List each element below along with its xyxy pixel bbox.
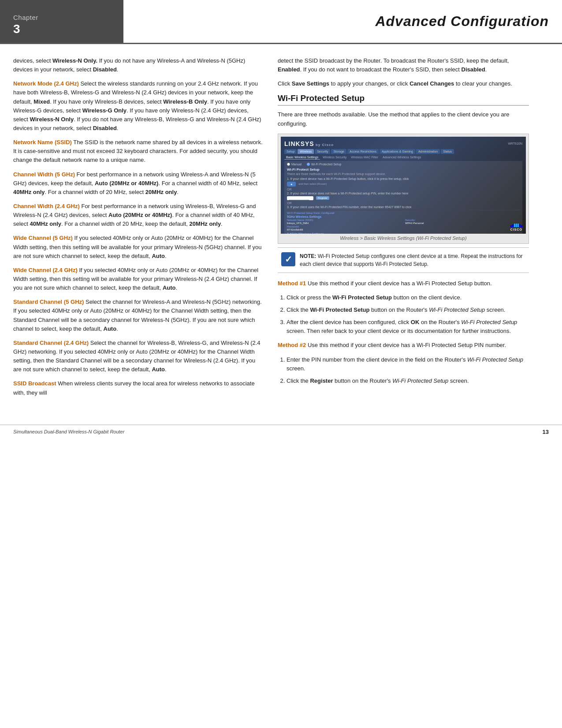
router-divider	[287, 210, 520, 210]
router-header: LINKSYS by Cisco WRT610N	[284, 140, 522, 147]
method1-intro: Method #1 Use this method if your client…	[278, 279, 529, 288]
router-tab-security: Security	[315, 149, 330, 154]
chapter-number: 3	[13, 22, 38, 36]
page-header: Chapter 3 Advanced Configuration	[0, 0, 562, 44]
router-5ghz-sec-value: WPA2-Personal	[405, 222, 520, 224]
page-number: 13	[543, 429, 549, 435]
router-register-btn[interactable]: Register	[316, 196, 329, 200]
method1-steps: Click or press the Wi-Fi Protected Setup…	[278, 293, 529, 336]
page-footer: Simultaneous Dual-Band Wireless-N Gigabi…	[0, 425, 562, 439]
router-section-title: Wi-Fi Protect Setup	[287, 168, 520, 172]
method1-step-2: Click the Wi-Fi Protected Setup button o…	[287, 306, 529, 314]
router-caption: Wireless > Basic Wireless Settings (Wi-F…	[340, 235, 466, 241]
router-content: Manual Wi-Fi Protected Setup Wi-Fi Prote…	[284, 161, 522, 234]
router-5ghz-pass-col: Password: RT42m8dn89	[287, 225, 520, 231]
router-5ghz-name-value: linksys_VFS_5MH	[287, 222, 402, 224]
router-method2-input-row: ____________ Register	[287, 196, 520, 200]
router-method1-text: 1. If your client device has a Wi-Fi Pro…	[287, 177, 409, 180]
para-network-name: Network Name (SSID) The SSID is the netw…	[13, 138, 264, 164]
router-method2-row: 2. If your client device does not have a…	[287, 192, 520, 195]
para-standard-channel-5: Standard Channel (5 GHz) Select the chan…	[13, 298, 264, 333]
router-5ghz-sec-col: Security: WPA2-Personal	[405, 219, 520, 224]
chapter-label: Chapter 3	[0, 0, 123, 43]
router-5ghz-sec-label: Security:	[405, 219, 520, 221]
router-sub-nav: Basic Wireless Settings Wireless Securit…	[284, 155, 522, 160]
cisco-bar-1	[510, 225, 512, 227]
router-configured-label: Wi-Fi Protected Setup Done: Configured	[287, 212, 520, 214]
router-config-mode: Manual Wi-Fi Protected Setup	[287, 163, 520, 166]
cisco-bar-4	[516, 224, 517, 227]
method2-intro: Method #2 Use this method if your client…	[278, 341, 529, 350]
router-subtab-security: Wireless Security	[321, 155, 348, 160]
cisco-bar-7	[521, 225, 522, 227]
note-box: ✓ NOTE: Wi-Fi Protected Setup configures…	[278, 247, 529, 273]
router-radio-wifi-btn	[307, 163, 310, 166]
router-wifi-label: Wi-Fi Protected Setup	[311, 163, 341, 166]
para-lead-network-name: Network Name (SSID)	[13, 139, 72, 146]
router-tab-access: Access Restrictions	[347, 149, 379, 154]
cisco-bar-5	[517, 224, 519, 227]
para-wifi-description: There are three methods available. Use t…	[278, 110, 529, 128]
router-or-2: OR	[287, 202, 520, 205]
router-tab-setup: Setup	[284, 149, 297, 154]
router-model: WRT610N	[508, 142, 522, 145]
method2-header: Method #2 Use this method if your client…	[278, 341, 529, 350]
router-radio-wifi-setup: Wi-Fi Protected Setup	[307, 163, 341, 166]
method2-description: Use this method if your client device ha…	[308, 342, 506, 348]
cisco-bar-3	[514, 224, 515, 227]
para-lead-ssid-broadcast: SSID Broadcast	[13, 380, 56, 387]
router-method3-row: 3. If your client uses the Wi-Fi Protect…	[287, 205, 520, 209]
note-icon: ✓	[281, 252, 295, 266]
router-tab-admin: Administration	[416, 149, 440, 154]
router-radio-manual: Manual	[287, 163, 301, 166]
right-column: detect the SSID broadcast by the Router.…	[278, 56, 529, 403]
router-subtab-mac: Wireless MAC Filter	[349, 155, 380, 160]
method2-label: Method #2	[278, 342, 306, 348]
page-title-area: Advanced Configuration	[123, 0, 562, 43]
para-lead-network-mode-24: Network Mode (2.4 GHz)	[13, 80, 79, 87]
para-channel-width-24: Channel Width (2.4 GHz) For best perform…	[13, 202, 264, 228]
para-lead-standard-channel-24: Standard Channel (2.4 GHz)	[13, 340, 89, 346]
router-or-1: OR	[287, 188, 520, 191]
cisco-bar-6	[519, 224, 521, 227]
note-label: NOTE:	[300, 253, 316, 259]
footer-product-name: Simultaneous Dual-Band Wireless-N Gigabi…	[13, 429, 124, 434]
router-5ghz-name-label: Network Name (SSID):	[287, 219, 402, 221]
para-network-mode-24: Network Mode (2.4 GHz) Select the wirele…	[13, 79, 264, 133]
chapter-word: Chapter	[13, 14, 38, 21]
para-standard-channel-24: Standard Channel (2.4 GHz) Select the ch…	[13, 339, 264, 374]
para-channel-width-5: Channel Width (5 GHz) For best performan…	[13, 170, 264, 197]
router-5ghz-row1: Network Name (SSID): linksys_VFS_5MH Sec…	[287, 219, 520, 224]
main-content: devices, select Wireless-N Only. If you …	[0, 44, 562, 416]
left-column: devices, select Wireless-N Only. If you …	[13, 56, 264, 403]
checkmark-icon: ✓	[285, 254, 292, 265]
para-save-settings: Click Save Settings to apply your change…	[278, 79, 529, 88]
router-24ghz-section: 2.4GHz Wireless Settings Network Name (S…	[287, 232, 520, 234]
router-tab-storage: Storage	[331, 149, 346, 154]
method1-header: Method #1 Use this method if your client…	[278, 279, 529, 288]
router-pin-input[interactable]: ____________	[287, 196, 313, 200]
router-method1-btn-row: ● and then select [Router]	[287, 182, 520, 187]
router-method1-note: and then select [Router]	[298, 183, 327, 185]
para-detect-ssid: detect the SSID broadcast by the Router.…	[278, 56, 529, 74]
router-section-desc: There are three methods for each Wi-Fi P…	[287, 172, 520, 175]
router-wifi-setup-btn[interactable]: ●	[287, 182, 296, 187]
router-method3-text: 3. If your client uses the Wi-Fi Protect…	[287, 205, 411, 209]
para-devices: devices, select Wireless-N Only. If you …	[13, 56, 264, 74]
cisco-bars	[510, 224, 522, 227]
para-ssid-broadcast: SSID Broadcast When wireless clients sur…	[13, 379, 264, 397]
method2-step-1: Enter the PIN number from the client dev…	[287, 355, 529, 373]
cisco-bar-2	[512, 224, 514, 227]
router-5ghz-pass-label: Password:	[287, 225, 520, 228]
router-method2-text: 2. If your client device does not have a…	[287, 192, 408, 195]
para-wide-channel-24: Wide Channel (2.4 GHz) If you selected 4…	[13, 266, 264, 292]
method2-step-2: Click the Register button on the Router'…	[287, 377, 529, 385]
router-method1-row: 1. If your client device has a Wi-Fi Pro…	[287, 177, 520, 180]
router-screenshot: LINKSYS by Cisco WRT610N Setup Wireless …	[278, 134, 529, 244]
router-nav-tabs: Setup Wireless Security Storage Access R…	[284, 149, 522, 154]
router-5ghz-section: 5GHz Wireless Settings Network Name (SSI…	[287, 215, 520, 231]
para-lead-channel-width-5: Channel Width (5 GHz)	[13, 171, 75, 178]
para-lead-wide-channel-24: Wide Channel (2.4 GHz)	[13, 267, 78, 273]
para-lead-channel-width-24: Channel Width (2.4 GHz)	[13, 203, 80, 209]
note-text: NOTE: Wi-Fi Protected Setup configures o…	[300, 252, 524, 268]
